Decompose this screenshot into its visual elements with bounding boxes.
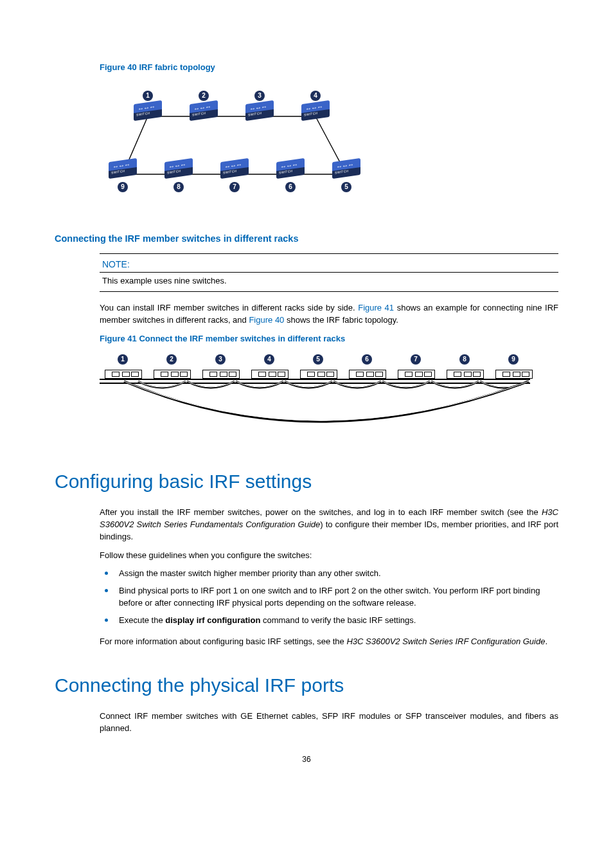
switch-icon: ↔↔↔ SWITCH [220,160,249,179]
cmd-display-irf: display irf configuration [165,615,260,625]
rack-8 [447,370,484,379]
switch-node-3: 3 ↔↔↔ SWITCH [245,89,274,122]
switch-node-9: ↔↔↔ SWITCH 9 [108,160,138,193]
switch-node-1: 1 ↔↔↔ SWITCH [133,89,163,122]
rack-3 [202,370,240,379]
switch-icon: ↔↔↔ SWITCH [134,102,162,122]
bullet-bind-ports: Bind physical ports to IRF port 1 on one… [100,585,558,610]
switch-icon: ↔↔↔ SWITCH [276,160,305,179]
figure-40-diagram: 1 ↔↔↔ SWITCH 2 ↔↔↔ SWITCH 3 [107,84,361,213]
switch-icon: ↔↔↔ SWITCH [301,102,330,122]
para-racks-intro: You can install IRF member switches in d… [100,302,558,327]
rack-6 [349,370,386,379]
rack-badge-3: 3 [215,354,226,365]
rack-badge-9: 9 [508,354,519,365]
rack-badge-4: 4 [264,354,274,365]
page-number: 36 [55,754,558,765]
badge-3: 3 [254,91,265,101]
rack-4 [251,370,289,379]
rack-badge-8: 8 [459,354,470,365]
link-figure-41[interactable]: Figure 41 [358,303,394,312]
switch-node-5: ↔↔↔ SWITCH 5 [332,160,361,193]
switch-node-4: 4 ↔↔↔ SWITCH [301,89,330,122]
badge-2: 2 [199,91,209,101]
text: Execute the [119,615,165,625]
figure-41-caption: Figure 41 Connect the IRF member switche… [100,333,558,345]
heading-connecting-racks: Connecting the IRF member switches in di… [55,232,558,246]
bullet-priority: Assign the master switch higher member p… [100,568,558,580]
figure-40-block: Figure 40 IRF fabric topology 1 [100,62,558,213]
badge-5: 5 [341,182,351,192]
switch-icon: ↔↔↔ SWITCH [245,102,274,122]
note-label: NOTE: [100,254,558,273]
rack-1 [105,370,142,379]
para-ports-1: Connect IRF member switches with GE Ethe… [100,710,558,735]
switch-icon: ↔↔↔ SWITCH [164,160,193,179]
switch-node-8: ↔↔↔ SWITCH 8 [164,160,193,193]
rack-badge-1: 1 [118,354,128,365]
text: shows the IRF fabric topology. [284,315,398,325]
rack-badge-7: 7 [411,354,421,365]
rack-badge-5: 5 [313,354,323,365]
rack-7 [398,370,435,379]
switch-icon: ↔↔↔ SWITCH [190,102,218,122]
note-body: This example uses nine switches. [100,273,558,291]
para-config-1: After you install the IRF member switche… [100,507,558,543]
badge-6: 6 [285,182,296,192]
note-and-body: NOTE: This example uses nine switches. Y… [100,253,558,444]
switch-node-7: ↔↔↔ SWITCH 7 [220,160,249,193]
switch-node-2: 2 ↔↔↔ SWITCH [189,89,218,122]
page: Figure 40 IRF fabric topology 1 [0,0,613,868]
rack-badge-6: 6 [362,354,372,365]
text: After you install the IRF member switche… [100,507,542,517]
rack-badge-2: 2 [166,354,177,365]
badge-8: 8 [173,182,184,192]
rack-9 [495,370,533,379]
text: command to verify the basic IRF settings… [260,615,416,625]
text: For more information about configuring b… [100,637,346,646]
rack-5 [300,370,337,379]
text: You can install IRF member switches in d… [100,303,358,312]
switch-icon: ↔↔↔ SWITCH [109,160,137,179]
para-config-2: Follow these guidelines when you configu… [100,550,558,562]
badge-1: 1 [143,91,153,101]
config-bullets: Assign the master switch higher member p… [100,568,558,626]
text: . [545,637,547,646]
badge-4: 4 [310,91,321,101]
badge-9: 9 [118,182,128,192]
badge-7: 7 [229,182,240,192]
section2-body: After you install the IRF member switche… [100,507,558,648]
switch-icon: ↔↔↔ SWITCH [332,160,360,179]
rack-lines [100,354,530,444]
rack-2 [154,370,191,379]
link-figure-40[interactable]: Figure 40 [249,315,284,325]
heading-configuring-irf: Configuring basic IRF settings [55,467,558,496]
heading-connecting-ports: Connecting the physical IRF ports [55,671,558,700]
figure-41-diagram: 1 2 3 4 5 6 7 8 9 [100,354,530,444]
bullet-display-irf: Execute the display irf configuration co… [100,615,558,627]
figure-40-caption: Figure 40 IRF fabric topology [100,62,558,74]
section3-body: Connect IRF member switches with GE Ethe… [100,710,558,735]
cite-irf-guide: H3C S3600V2 Switch Series IRF Configurat… [346,637,545,646]
switch-node-6: ↔↔↔ SWITCH 6 [276,160,305,193]
para-config-3: For more information about configuring b… [100,636,558,648]
note-box: NOTE: This example uses nine switches. [100,253,558,292]
